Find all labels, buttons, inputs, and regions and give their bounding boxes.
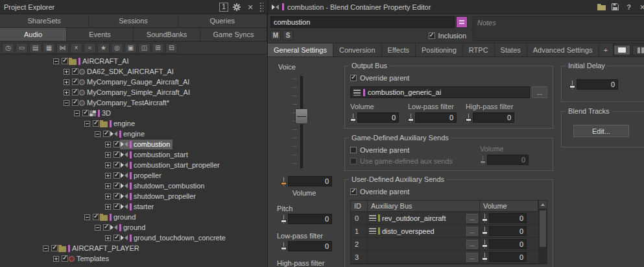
collapse-icon[interactable] [95, 225, 101, 231]
tree-item-label[interactable]: DA62_SDK_AIRCRAFT_AI [87, 68, 174, 75]
solo-button[interactable]: S [283, 31, 293, 40]
tree-row[interactable]: AIRCRAFT_PLAYER [0, 243, 267, 253]
override-parent-checkbox[interactable] [350, 75, 357, 81]
browse-aux-bus-button[interactable]: ... [466, 227, 478, 236]
tree-checkbox[interactable] [113, 203, 120, 210]
expand-icon[interactable] [64, 79, 69, 85]
override-parent-checkbox[interactable] [350, 188, 357, 195]
tree-checkbox[interactable] [82, 110, 89, 116]
fader-icon[interactable] [281, 242, 287, 251]
close-icon[interactable] [245, 2, 256, 12]
color-picker-button[interactable] [456, 16, 468, 28]
tree-item-label[interactable]: MyCompany_Simple_Aircraft_AI [87, 88, 190, 96]
collapse-icon[interactable] [95, 131, 101, 137]
gear-icon[interactable] [232, 2, 242, 12]
collapse-all-icon[interactable]: ⊟ [165, 43, 178, 53]
tree-row[interactable]: propeller [0, 170, 267, 181]
tree-checkbox[interactable] [113, 183, 120, 189]
expand-icon[interactable] [105, 142, 111, 147]
tab-soundbanks[interactable]: SoundBanks [134, 28, 200, 41]
use-game-sends-checkbox[interactable] [350, 158, 357, 164]
expand-all-icon[interactable]: ⊞ [152, 43, 164, 53]
voice-volume-slider[interactable] [289, 75, 315, 170]
table-row[interactable]: 1 disto_overspeed ... 0 [351, 225, 538, 238]
browse-aux-bus-button[interactable]: ... [466, 240, 478, 249]
collapse-icon[interactable] [53, 58, 59, 64]
folder-icon[interactable] [597, 2, 607, 12]
columns-icon[interactable]: ◫ [138, 43, 150, 53]
aux-send-volume[interactable]: 0 [489, 226, 527, 236]
collapse-icon[interactable] [84, 214, 90, 220]
tree-row[interactable]: DA62_SDK_AIRCRAFT_AI [0, 66, 267, 77]
expand-icon[interactable] [105, 235, 111, 241]
help-icon[interactable] [624, 2, 634, 12]
expand-icon[interactable] [53, 256, 59, 262]
tree-checkbox[interactable] [113, 151, 120, 158]
fader-icon[interactable] [482, 240, 488, 248]
tree-checkbox[interactable] [113, 235, 120, 241]
initial-delay-value[interactable]: 0 [577, 79, 618, 90]
pitch-value[interactable]: 0 [288, 214, 332, 224]
user-override-toggle[interactable]: Override parent [350, 188, 547, 196]
tab-rtpc[interactable]: RTPC [463, 44, 495, 57]
tree-row[interactable]: starter [0, 201, 267, 212]
fader-icon[interactable] [482, 214, 488, 222]
add-tab-button[interactable]: + [599, 44, 614, 57]
tab-conversion[interactable]: Conversion [333, 44, 382, 57]
mute-button[interactable]: M [270, 31, 281, 40]
tree-checkbox[interactable] [113, 141, 120, 147]
panel-icon[interactable]: ▣ [125, 43, 137, 53]
slider-handle[interactable] [295, 108, 308, 124]
tree-checkbox[interactable] [72, 68, 78, 75]
aux-bus-name[interactable]: rev_outdoor_aircraft [382, 214, 464, 222]
fader-icon[interactable] [281, 177, 287, 186]
fader-icon[interactable] [466, 114, 471, 122]
tree-item-label[interactable]: propeller [134, 172, 161, 179]
split-pane-view-icon[interactable] [632, 45, 644, 55]
wave-icon[interactable]: ≈ [84, 43, 96, 53]
tree-row[interactable]: ground [0, 212, 267, 222]
tab-events[interactable]: Events [67, 28, 134, 41]
tree-row[interactable]: MyCompany_Simple_Aircraft_AI [0, 87, 267, 97]
aux-send-volume[interactable]: 0 [489, 239, 527, 249]
browse-bus-button[interactable]: ... [532, 86, 547, 98]
bus-lowpass-value[interactable]: 0 [415, 112, 457, 123]
fader-icon[interactable] [350, 114, 356, 122]
tree-row[interactable]: 3D [0, 108, 267, 118]
tree-checkbox[interactable] [113, 162, 120, 168]
fader-icon[interactable] [482, 227, 488, 235]
tab-queries[interactable]: Queries [178, 14, 267, 27]
tree-item-label[interactable]: engine [123, 130, 145, 138]
tree-item-label[interactable]: shutdown_combustion [134, 182, 204, 190]
tree-checkbox[interactable] [72, 89, 78, 95]
expand-icon[interactable] [105, 162, 111, 168]
tree-item-label[interactable]: Templates [77, 255, 109, 262]
bus-highpass-value[interactable]: 0 [473, 112, 514, 123]
edit-blend-tracks-button[interactable]: Edit... [573, 125, 629, 137]
tree-checkbox[interactable] [93, 120, 99, 127]
expand-icon[interactable] [105, 204, 111, 210]
tree-checkbox[interactable] [113, 172, 120, 179]
tree-checkbox[interactable] [62, 255, 68, 262]
tree-item-label[interactable]: starter [134, 203, 154, 210]
tab-sharesets[interactable]: ShareSets [0, 14, 89, 27]
collapse-icon[interactable] [74, 110, 80, 116]
tree-item-label[interactable]: ground [113, 213, 136, 221]
tree-checkbox[interactable] [103, 131, 110, 137]
tab-states[interactable]: States [495, 44, 527, 57]
tree-row[interactable]: AIRCRAFT_AI [0, 56, 267, 66]
browse-aux-bus-button[interactable]: ... [466, 253, 478, 262]
tree-row[interactable]: shutdown_combustion [0, 181, 267, 191]
crossfade-icon[interactable]: ⋈ [56, 43, 69, 53]
output-bus-override-toggle[interactable]: Override parent [350, 74, 547, 82]
collapse-icon[interactable] [84, 121, 90, 127]
tree-checkbox[interactable] [51, 245, 58, 251]
tree-item-label[interactable]: AIRCRAFT_PLAYER [72, 244, 139, 252]
tab-general-settings[interactable]: General Settings [268, 44, 333, 57]
table-row[interactable]: 0 rev_outdoor_aircraft ... 0 [351, 212, 538, 225]
tree-item-label[interactable]: combustion [134, 140, 170, 148]
aux-send-volume[interactable]: 0 [489, 252, 527, 262]
aux-send-volume[interactable]: 0 [489, 213, 527, 223]
star-icon[interactable]: ★ [97, 43, 110, 53]
inclusion-toggle[interactable]: Inclusion [429, 32, 466, 40]
